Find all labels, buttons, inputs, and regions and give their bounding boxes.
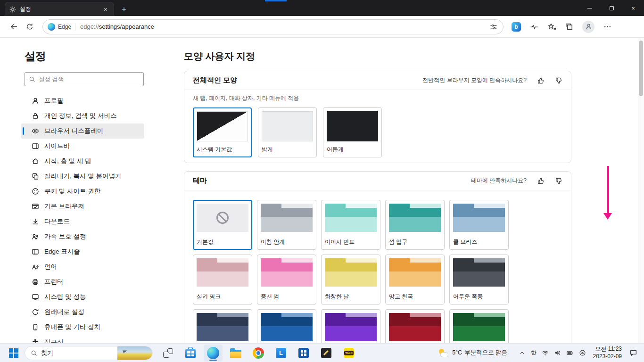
theme-thumbnail [261, 204, 313, 232]
taskbar-app-chrome[interactable] [249, 345, 268, 362]
sidebar-item-label: 프린터 [44, 278, 64, 286]
sidebar-item-6[interactable]: 잘라내기, 복사 및 붙여넣기 [21, 169, 144, 184]
weather-widget[interactable]: 5°C부분적으로 맑음 [434, 347, 511, 359]
theme-card-8[interactable]: 화창한 날 [321, 255, 380, 304]
thumbs-down-icon[interactable] [555, 77, 562, 84]
theme-card-9[interactable]: 망고 천국 [385, 255, 445, 304]
taskbar-right: 5°C부분적으로 맑음 한 오전 11:23 2023-02-09 [434, 346, 639, 360]
edge-site-chip[interactable]: Edge [48, 23, 71, 31]
more-menu-icon[interactable] [603, 23, 611, 31]
browser-essentials-icon[interactable] [530, 23, 538, 31]
search-highlight-image[interactable] [117, 346, 152, 360]
taskview-icon [163, 348, 173, 358]
theme-card-2[interactable]: 아침 안개 [257, 200, 316, 250]
taskbar-app-file-explorer[interactable] [226, 345, 245, 362]
thumbs-up-icon[interactable] [537, 177, 545, 185]
theme-card-6[interactable]: 실키 핑크 [193, 255, 252, 304]
sidebar-item-12[interactable]: 언어 [21, 259, 144, 274]
battery-icon[interactable] [566, 349, 574, 357]
theme-card-7[interactable]: 풍선 껌 [257, 255, 316, 304]
favorites-icon[interactable] [547, 23, 556, 31]
settings-search-input[interactable] [39, 76, 140, 82]
windows-taskbar: 찾기 LTALK 5°C부분적으로 맑음 한 오전 11:23 2023-02-… [0, 343, 644, 362]
tune-icon[interactable] [490, 23, 497, 31]
taskbar-app-grid-app[interactable] [294, 345, 313, 362]
bing-discover-icon[interactable]: b [512, 22, 521, 32]
l-icon: L [276, 348, 286, 358]
taskbar-app-edge[interactable] [204, 345, 223, 362]
thumbs-up-icon[interactable] [537, 77, 545, 84]
clock-date: 2023-02-09 [593, 353, 622, 361]
appearance-option-light[interactable]: 밝게 [258, 107, 317, 157]
theme-card-3[interactable]: 아이시 민트 [321, 200, 380, 250]
sidebar-item-11[interactable]: Edge 표시줄 [21, 244, 144, 259]
thumbs-down-icon[interactable] [555, 177, 562, 185]
theme-label: 아이시 민트 [325, 238, 377, 246]
sidebar-item-5[interactable]: 시작, 홈 및 새 탭 [21, 154, 144, 169]
back-icon[interactable] [6, 19, 22, 35]
sidebar-item-13[interactable]: 프린터 [21, 274, 144, 289]
close-button[interactable]: × [622, 0, 644, 16]
theme-label: 기본값 [197, 238, 248, 246]
volume-icon[interactable] [554, 349, 561, 356]
appearance-option-system[interactable]: 시스템 기본값 [193, 107, 252, 157]
chevron-up-icon[interactable] [519, 349, 526, 356]
sidebar-item-8[interactable]: 기본 브라우저 [21, 199, 144, 214]
maximize-button[interactable] [601, 0, 622, 16]
store-icon [185, 347, 196, 359]
edge-logo-icon [48, 23, 55, 31]
settings-search-box[interactable] [25, 72, 144, 86]
theme-card-1[interactable]: 기본값 [193, 200, 252, 250]
taskbar-clock[interactable]: 오전 11:23 2023-02-09 [593, 346, 622, 360]
sidebar-item-10[interactable]: 가족 보호 설정 [21, 229, 144, 244]
refresh-icon[interactable] [22, 19, 38, 35]
theme-label: 망고 천국 [389, 293, 441, 301]
theme-label: 실키 핑크 [197, 293, 248, 301]
theme-thumbnail [325, 258, 377, 287]
new-tab-button[interactable]: + [122, 5, 126, 13]
tab-close-icon[interactable]: × [102, 6, 109, 13]
taskbar-search-label: 찾기 [41, 349, 114, 357]
theme-thumbnail [389, 258, 441, 287]
sidebar-item-1[interactable]: 프로필 [21, 93, 144, 108]
sidebar-item-9[interactable]: 다운로드 [21, 214, 144, 229]
person-icon [32, 97, 39, 105]
theme-thumbnail [453, 204, 505, 232]
theme-card-10[interactable]: 어두운 폭풍 [449, 255, 509, 304]
theme-thumbnail [197, 258, 248, 287]
theme-label: 어두운 폭풍 [453, 293, 505, 301]
taskbar-app-microsoft-store[interactable] [181, 345, 200, 362]
wifi-icon[interactable] [542, 349, 549, 356]
start-button[interactable] [6, 345, 22, 361]
ime-indicator[interactable]: 한 [531, 349, 537, 356]
appearance-thumbnail [327, 111, 378, 141]
sidebar-item-7[interactable]: 쿠키 및 사이트 권한 [21, 184, 144, 199]
taskbar-app-task-view[interactable] [158, 345, 177, 362]
minimize-button[interactable] [579, 0, 601, 16]
taskbar-app-kakaotalk[interactable]: TALK [339, 345, 358, 362]
eject-hardware-icon[interactable] [579, 349, 586, 356]
clock-time: 오전 11:23 [595, 346, 622, 353]
theme-card-4[interactable]: 섬 입구 [385, 200, 445, 250]
sidebar-item-15[interactable]: 원래대로 설정 [21, 304, 144, 320]
taskbar-app-notes-app[interactable] [317, 345, 336, 362]
notification-chat-icon[interactable] [627, 347, 639, 359]
browser-tab[interactable]: 설정 × [5, 2, 114, 16]
collections-icon[interactable] [565, 23, 573, 31]
sidebar-item-3[interactable]: 브라우저 디스플레이 [21, 123, 144, 139]
appearance-option-label: 시스템 기본값 [197, 146, 248, 154]
address-bar[interactable]: Edge edge://settings/appearance [42, 19, 504, 34]
taskbar-search[interactable]: 찾기 [25, 346, 153, 360]
sidebar-item-4[interactable]: 사이드바 [21, 139, 144, 154]
taskbar-app-l-app[interactable]: L [272, 345, 290, 362]
theme-card-5[interactable]: 쿨 브리즈 [449, 200, 509, 250]
sidebar-item-14[interactable]: 시스템 및 성능 [21, 289, 144, 304]
appearance-option-dark[interactable]: 어둡게 [323, 107, 382, 157]
profile-avatar-icon[interactable] [582, 21, 594, 33]
page-scrollbar-thumb[interactable] [639, 41, 643, 96]
sidebar-item-2[interactable]: 개인 정보, 검색 및 서비스 [21, 108, 144, 123]
sidebar-nav: 프로필개인 정보, 검색 및 서비스브라우저 디스플레이사이드바시작, 홈 및 … [21, 93, 144, 350]
pen-icon [321, 348, 331, 358]
sidebar-item-16[interactable]: 휴대폰 및 기타 장치 [21, 320, 144, 335]
no-theme-icon [216, 212, 229, 224]
